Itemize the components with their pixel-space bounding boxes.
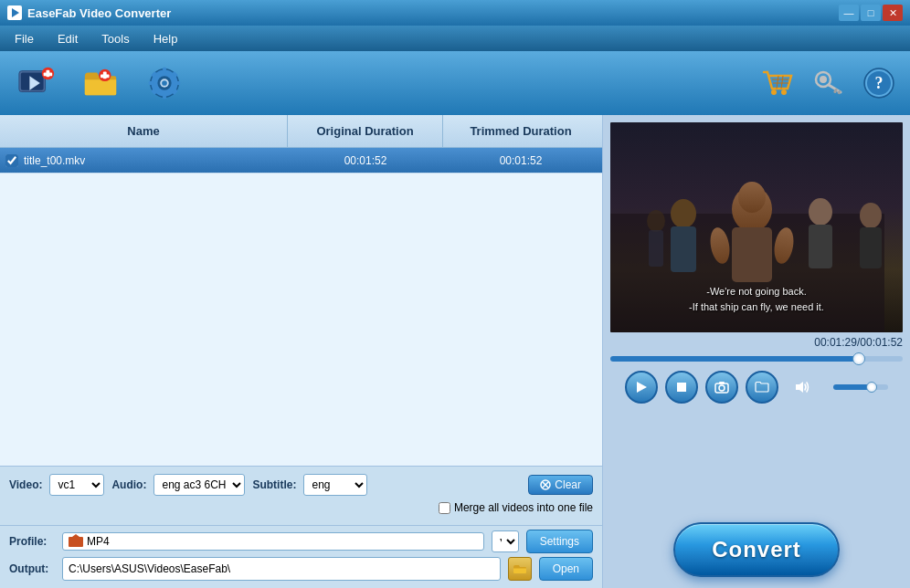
minimize-button[interactable]: —	[839, 5, 859, 21]
svg-line-29	[781, 76, 783, 89]
add-folder-button[interactable]	[73, 57, 128, 110]
profile-value-display: MP4	[62, 532, 484, 551]
seek-bar[interactable]	[610, 356, 903, 362]
svg-rect-14	[163, 93, 166, 99]
svg-rect-13	[163, 68, 166, 73]
output-label: Output:	[9, 562, 55, 575]
convert-button[interactable]: Convert	[673, 522, 840, 577]
stop-button[interactable]	[665, 371, 698, 404]
output-path-input[interactable]	[62, 557, 501, 581]
menu-help[interactable]: Help	[143, 28, 189, 49]
camera-icon	[714, 381, 729, 394]
convert-section: Convert	[610, 515, 903, 581]
track-row: Video: vc1 Audio: eng ac3 6CH Subtitle: …	[9, 474, 593, 496]
svg-point-24	[771, 89, 777, 95]
window-controls: — □ ✕	[839, 5, 903, 21]
key-button[interactable]	[806, 61, 850, 105]
stop-icon	[675, 381, 688, 394]
svg-rect-49	[671, 226, 696, 272]
profile-row: Profile: MP4 ▼ Settings	[9, 530, 593, 553]
audio-select[interactable]: eng ac3 6CH	[153, 474, 245, 496]
maximize-button[interactable]: □	[861, 5, 881, 21]
shop-button[interactable]	[755, 61, 799, 105]
play-icon	[635, 381, 648, 394]
video-label: Video:	[9, 478, 42, 491]
table-header: Name Original Duration Trimmed Duration	[0, 115, 602, 148]
snapshot-button[interactable]	[705, 371, 738, 404]
preview-panel: -We're not going back. -If that ship can…	[603, 115, 910, 588]
volume-icon	[794, 380, 810, 394]
svg-rect-15	[149, 81, 154, 85]
gear-icon	[145, 64, 184, 102]
svg-point-52	[860, 203, 882, 228]
audio-label: Audio:	[111, 478, 146, 491]
play-button[interactable]	[625, 371, 658, 404]
volume-button[interactable]	[786, 371, 819, 404]
seek-bar-container[interactable]	[610, 356, 903, 362]
toolbar: ?	[0, 51, 910, 115]
clear-button[interactable]: Clear	[528, 475, 593, 495]
svg-point-50	[809, 198, 832, 226]
volume-bar	[833, 384, 888, 390]
add-video-button[interactable]	[9, 57, 64, 110]
svg-rect-57	[677, 383, 686, 392]
svg-rect-51	[809, 225, 832, 268]
volume-slider[interactable]	[833, 384, 888, 390]
add-video-icon	[17, 64, 56, 102]
settings-button-profile[interactable]: Settings	[526, 530, 593, 553]
open-button[interactable]: Open	[539, 557, 593, 581]
svg-rect-10	[101, 74, 110, 78]
settings-button[interactable]	[137, 57, 192, 110]
row-checkbox[interactable]	[5, 154, 18, 167]
merge-checkbox[interactable]	[439, 502, 450, 514]
menu-tools[interactable]: Tools	[90, 28, 140, 49]
clear-icon	[540, 479, 551, 490]
svg-line-28	[777, 76, 778, 89]
svg-point-31	[820, 76, 827, 83]
video-select[interactable]: vc1	[49, 474, 104, 496]
subtitle-select[interactable]: eng	[303, 474, 367, 496]
output-row: Output: Open	[9, 557, 593, 581]
profile-section: Profile: MP4 ▼ Settings Output:	[0, 525, 602, 588]
video-preview: -We're not going back. -If that ship can…	[610, 122, 903, 332]
original-duration-cell: 00:01:52	[288, 154, 443, 167]
svg-point-25	[781, 89, 787, 95]
trimmed-duration-cell: 00:01:52	[443, 154, 598, 167]
menu-edit[interactable]: Edit	[47, 28, 89, 49]
merge-row: Merge all videos into one file	[9, 501, 593, 514]
column-trimmed-duration: Trimmed Duration	[443, 115, 598, 147]
app-title: EaseFab Video Converter	[27, 6, 171, 20]
svg-rect-16	[175, 81, 180, 85]
merge-label: Merge all videos into one file	[454, 501, 593, 514]
svg-rect-7	[44, 73, 53, 77]
close-button[interactable]: ✕	[883, 5, 903, 21]
svg-point-48	[671, 199, 696, 228]
menu-bar: File Edit Tools Help	[0, 26, 910, 51]
svg-marker-56	[637, 382, 647, 393]
toolbar-right: ?	[755, 61, 901, 105]
seek-thumb[interactable]	[852, 352, 865, 365]
file-name: title_t00.mkv	[24, 154, 85, 167]
column-original-duration: Original Duration	[288, 115, 443, 147]
svg-rect-44	[732, 227, 772, 282]
svg-rect-53	[860, 227, 882, 268]
time-display: 00:01:29/00:01:52	[610, 336, 903, 349]
browse-button[interactable]	[508, 557, 532, 581]
table-row[interactable]: title_t00.mkv 00:01:52 00:01:52	[0, 148, 602, 173]
profile-label: Profile:	[9, 535, 55, 548]
track-controls: Video: vc1 Audio: eng ac3 6CH Subtitle: …	[0, 466, 602, 525]
profile-type-icon	[69, 537, 83, 547]
file-panel: Name Original Duration Trimmed Duration …	[0, 115, 603, 588]
svg-text:?: ?	[875, 74, 884, 92]
svg-point-54	[647, 210, 665, 232]
profile-dropdown-arrow[interactable]: ▼	[492, 530, 519, 552]
svg-marker-61	[796, 382, 803, 393]
svg-point-59	[719, 385, 725, 391]
app-icon	[7, 5, 22, 20]
help-button[interactable]: ?	[857, 61, 901, 105]
volume-thumb[interactable]	[866, 382, 877, 393]
main-content: Name Original Duration Trimmed Duration …	[0, 115, 910, 588]
clear-label: Clear	[555, 478, 581, 491]
menu-file[interactable]: File	[4, 28, 45, 49]
open-file-button[interactable]	[746, 371, 778, 404]
